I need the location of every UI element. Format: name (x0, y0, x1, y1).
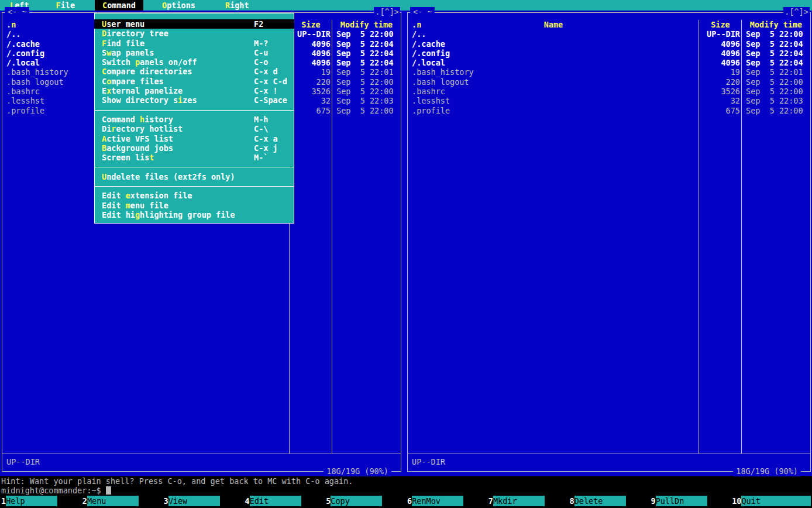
menu-item-active-vfs-list[interactable]: Active VFS listC-x a (95, 134, 294, 143)
file-size: 32 (699, 96, 742, 105)
file-size: 220 (699, 77, 742, 87)
right-header-name-column[interactable]: .nName (408, 20, 699, 29)
file-name: /.cache (408, 39, 699, 49)
file-size: 3526 (699, 87, 742, 96)
file-row[interactable]: .bash_logout220Sep 5 22:00 (408, 77, 810, 87)
fkey-menu-button[interactable]: 2Menu (81, 496, 163, 506)
file-row[interactable]: .bash_history19Sep 5 22:01 (408, 67, 810, 77)
file-mtime: Sep 5 22:04 (742, 39, 810, 49)
menu-item-screen-list[interactable]: Screen listM-` (95, 153, 294, 162)
fkey-label: PullDn (656, 496, 707, 506)
fkey-label: Mkdir (493, 496, 545, 506)
file-size: 4096 (699, 58, 742, 67)
left-panel-title: <-~ (5, 7, 29, 17)
fkey-number: 8 (569, 496, 574, 506)
file-mtime: Sep 5 22:00 (332, 77, 401, 87)
fkey-label: Help (6, 496, 57, 506)
menu-item-directory-tree[interactable]: Directory tree (95, 29, 294, 38)
menu-separator (95, 105, 294, 115)
file-size: 220 (290, 77, 332, 87)
file-row[interactable]: /.config4096Sep 5 22:04 (408, 49, 810, 58)
fkey-help-button[interactable]: 1Help (0, 496, 81, 506)
fkey-number: 7 (487, 496, 493, 506)
history-back-icon[interactable]: <- (8, 7, 17, 16)
menu-item-switch-panels[interactable]: Switch panels on/offC-o (95, 57, 294, 67)
menu-item-edit-extension-file[interactable]: Edit extension file (95, 191, 294, 200)
file-name: .bash_logout (408, 77, 699, 87)
fkey-copy-button[interactable]: 5Copy (325, 496, 406, 506)
fkey-view-button[interactable]: 3View (163, 496, 244, 506)
menu-item-edit-menu-file[interactable]: Edit menu file (95, 201, 294, 210)
file-row[interactable]: .profile675Sep 5 22:00 (408, 106, 810, 115)
file-mtime: Sep 5 22:04 (332, 49, 401, 58)
right-header-mtime-column[interactable]: Modify time (742, 20, 810, 29)
file-row[interactable]: /..UP--DIRSep 5 22:00 (408, 29, 810, 39)
shortcut-label: C-x ! (254, 86, 278, 95)
menubar-item-right[interactable]: Right (221, 0, 254, 11)
file-mtime: Sep 5 22:00 (332, 106, 401, 115)
fkey-label: Copy (331, 496, 382, 506)
file-row[interactable]: .bashrc3526Sep 5 22:00 (408, 87, 810, 96)
menu-item-edit-highlighting-group-file[interactable]: Edit highlighting group file (95, 210, 294, 219)
menubar-options-label: ptions (167, 1, 195, 10)
text-cursor (106, 486, 111, 495)
file-size: 32 (290, 96, 332, 105)
file-name: .profile (408, 106, 699, 115)
fkey-mkdir-button[interactable]: 7Mkdir (487, 496, 569, 506)
menu-item-directory-hotlist[interactable]: Directory hotlistC-\ (95, 124, 294, 133)
right-panel-title: <-~ (410, 7, 435, 17)
menubar-item-file[interactable]: File (51, 0, 80, 11)
menu-item-undelete-files[interactable]: Undelete files (ext2fs only) (95, 172, 294, 181)
file-name: .bash_history (408, 67, 699, 77)
hint-line: Hint: Want your plain shell? Press C-o, … (1, 476, 353, 486)
menubar-command-label: ommand (107, 1, 136, 10)
file-mtime: Sep 5 22:03 (742, 96, 810, 105)
fkey-label: Quit (741, 496, 811, 506)
menu-item-swap-panels[interactable]: Swap panelsC-u (95, 48, 294, 57)
left-panel-disk-usage: 18G/19G (90%) (324, 466, 391, 476)
menubar: Left File Command Options Right (0, 0, 812, 11)
shortcut-label: C-x d (254, 67, 278, 76)
fkey-delete-button[interactable]: 8Delete (569, 496, 650, 506)
file-size: 4096 (290, 39, 332, 49)
menu-item-background-jobs[interactable]: Background jobsC-x j (95, 143, 294, 153)
shell-command-line[interactable]: midnight@commander:~$ (1, 486, 111, 496)
left-panel-nav-icons[interactable]: .[^]> (374, 7, 400, 17)
fkey-label: Delete (574, 496, 626, 506)
menu-item-find-file[interactable]: Find fileM-? (95, 39, 294, 48)
menu-item-compare-files[interactable]: Compare filesC-x C-d (95, 77, 294, 86)
menubar-item-options[interactable]: Options (157, 0, 200, 11)
left-header-mtime-column[interactable]: Modify time (332, 20, 401, 29)
menu-item-external-panelize[interactable]: External panelizeC-x ! (95, 86, 294, 95)
right-header-size-column[interactable]: Size (699, 20, 742, 29)
file-row[interactable]: .lesshst32Sep 5 22:03 (408, 96, 810, 105)
shortcut-label: M-? (254, 39, 268, 48)
left-panel-status-divider (2, 454, 401, 454)
file-row[interactable]: /.local4096Sep 5 22:04 (408, 58, 810, 67)
menu-item-show-directory-sizes[interactable]: Show directory sizesC-Space (95, 95, 294, 105)
right-panel: <-~ .[^]> .nName Size Modify time /..UP-… (407, 12, 811, 472)
file-row[interactable]: /.cache4096Sep 5 22:04 (408, 39, 810, 49)
fkey-pulldn-button[interactable]: 9PullDn (649, 496, 731, 506)
right-panel-header-row: .nName Size Modify time (408, 20, 810, 29)
file-size: 675 (290, 106, 332, 115)
left-panel-mini-status: UP--DIR (6, 457, 40, 466)
history-back-icon[interactable]: <- (413, 7, 422, 16)
fkey-number: 5 (325, 496, 331, 506)
menubar-item-command-selected[interactable]: Command (95, 0, 143, 11)
fkey-number: 6 (406, 496, 412, 506)
right-panel-nav-icons[interactable]: .[^]> (783, 7, 810, 17)
left-header-size-column[interactable]: Size (290, 20, 332, 29)
menu-separator (95, 181, 294, 191)
menu-item-command-history[interactable]: Command historyM-h (95, 115, 294, 124)
right-panel-file-list: .nName Size Modify time /..UP--DIRSep 5 … (408, 20, 810, 115)
menu-separator (95, 162, 294, 171)
fkey-quit-button[interactable]: 10Quit (731, 496, 812, 506)
menu-item-user-menu[interactable]: User menuF2 (94, 19, 294, 29)
fkey-label: RenMov (412, 496, 463, 506)
menu-item-compare-directories[interactable]: Compare directoriesC-x d (95, 67, 294, 76)
file-mtime: Sep 5 22:01 (332, 67, 401, 77)
fkey-renmov-button[interactable]: 6RenMov (406, 496, 487, 506)
fkey-edit-button[interactable]: 4Edit (243, 496, 325, 506)
fkey-label: Edit (250, 496, 301, 506)
